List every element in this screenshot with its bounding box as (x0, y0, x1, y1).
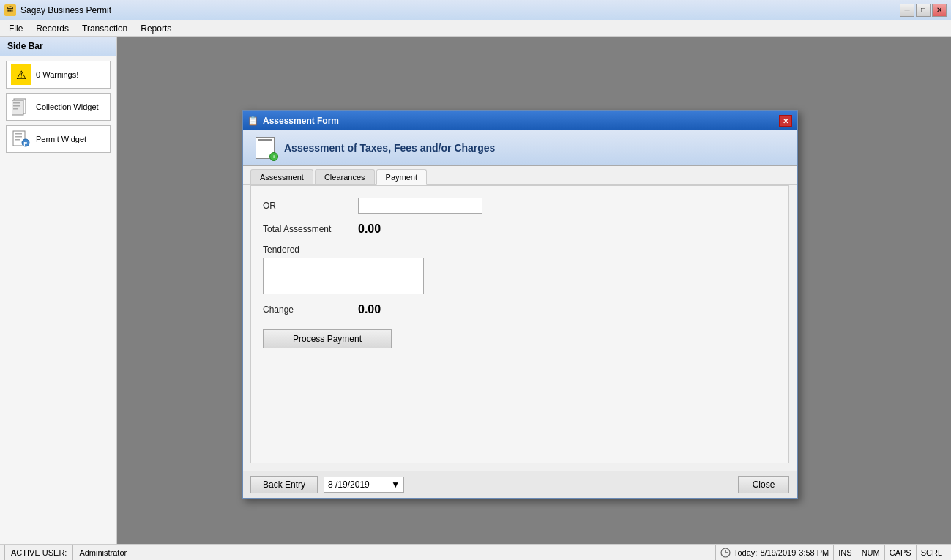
sidebar-widget-warnings[interactable]: ⚠ 0 Warnings! (6, 61, 111, 89)
modal-title-left: 📋 Assessment Form (247, 116, 339, 126)
change-value: 0.00 (358, 303, 381, 316)
total-assessment-row: Total Assessment 0.00 (263, 223, 777, 236)
app-title: Sagay Business Permit (20, 5, 111, 15)
menu-reports[interactable]: Reports (135, 22, 177, 35)
collection-widget-label: Collection Widget (36, 102, 99, 111)
svg-rect-6 (13, 105, 20, 107)
tab-bar: Assessment Clearances Payment (243, 166, 797, 185)
content-area: 📋 Assessment Form ✕ + Assessment of Taxe… (117, 37, 951, 544)
change-label: Change (263, 305, 351, 315)
status-caps: CAPS (884, 545, 916, 560)
menu-file[interactable]: File (3, 22, 29, 35)
status-time: 3:58 PM (799, 548, 829, 557)
sidebar-title: Side Bar (0, 37, 116, 56)
svg-rect-10 (15, 136, 22, 138)
dropdown-arrow-icon: ▼ (391, 479, 400, 490)
modal-close-button[interactable]: ✕ (779, 115, 792, 127)
title-bar: 🏛 Sagay Business Permit ─ □ ✕ (0, 0, 951, 20)
close-button[interactable]: Close (738, 476, 789, 493)
status-active-user-label: ACTIVE USER: (4, 545, 73, 560)
sidebar-widget-permit[interactable]: P Permit Widget (6, 125, 111, 153)
status-ins: INS (833, 545, 856, 560)
total-assessment-value: 0.00 (358, 223, 381, 236)
process-payment-button[interactable]: Process Payment (263, 329, 392, 348)
status-today-date: 8/19/2019 (760, 548, 796, 557)
collection-icon (11, 97, 31, 117)
svg-rect-5 (13, 102, 20, 104)
add-indicator-icon: + (269, 152, 278, 161)
date-value: 8 /19/2019 (328, 479, 370, 490)
or-label: OR (263, 201, 351, 211)
tab-assessment[interactable]: Assessment (250, 169, 313, 184)
sidebar: Side Bar ⚠ 0 Warnings! Coll (0, 37, 117, 544)
clock-icon-wrapper: Today: 8/19/2019 3:58 PM (720, 548, 829, 558)
modal-title-bar: 📋 Assessment Form ✕ (243, 111, 797, 130)
warnings-label: 0 Warnings! (36, 70, 78, 79)
app-close-button[interactable]: ✕ (932, 4, 947, 17)
tab-clearances[interactable]: Clearances (315, 169, 375, 184)
menu-records[interactable]: Records (30, 22, 75, 35)
status-bar: ACTIVE USER: Administrator Today: 8/19/2… (0, 544, 951, 560)
status-scrl: SCRL (916, 545, 947, 560)
or-input[interactable] (358, 198, 482, 214)
permit-icon: P (11, 129, 31, 149)
title-bar-left: 🏛 Sagay Business Permit (4, 4, 111, 16)
modal-header-icon: + (253, 136, 277, 160)
modal-title-icon: 📋 (247, 116, 258, 126)
status-clock: Today: 8/19/2019 3:58 PM (715, 545, 833, 560)
warning-icon: ⚠ (11, 64, 31, 85)
change-row: Change 0.00 (263, 303, 777, 316)
status-today-label: Today: (734, 548, 757, 557)
svg-rect-11 (15, 139, 20, 141)
app-icon: 🏛 (4, 4, 16, 16)
modal-header-title: Assessment of Taxes, Fees and/or Charges (284, 142, 495, 154)
tab-payment[interactable]: Payment (376, 169, 427, 185)
clock-icon (720, 548, 731, 558)
tab-content-payment: OR Total Assessment 0.00 Tendered Change… (250, 185, 789, 463)
maximize-button[interactable]: □ (916, 4, 931, 17)
back-entry-button[interactable]: Back Entry (250, 476, 318, 493)
svg-rect-9 (15, 133, 22, 135)
status-user-name: Administrator (73, 545, 133, 560)
menu-bar: File Records Transaction Reports (0, 20, 951, 37)
assessment-modal: 📋 Assessment Form ✕ + Assessment of Taxe… (242, 110, 798, 499)
tendered-group: Tendered (263, 244, 777, 294)
minimize-button[interactable]: ─ (900, 4, 914, 17)
sidebar-widget-collection[interactable]: Collection Widget (6, 93, 111, 121)
modal-footer: Back Entry 8 /19/2019 ▼ Close (243, 471, 797, 498)
svg-rect-7 (13, 108, 18, 110)
main-area: Side Bar ⚠ 0 Warnings! Coll (0, 37, 951, 544)
permit-widget-label: Permit Widget (36, 135, 86, 143)
tendered-input[interactable] (263, 258, 424, 294)
status-num: NUM (857, 545, 884, 560)
date-dropdown[interactable]: 8 /19/2019 ▼ (324, 477, 404, 493)
svg-text:P: P (23, 141, 28, 147)
title-bar-controls: ─ □ ✕ (900, 4, 947, 17)
tendered-label: Tendered (263, 244, 777, 255)
status-bar-right: Today: 8/19/2019 3:58 PM INS NUM CAPS SC… (715, 545, 947, 560)
modal-title-text: Assessment Form (263, 116, 339, 126)
modal-header: + Assessment of Taxes, Fees and/or Charg… (243, 130, 797, 166)
or-row: OR (263, 198, 777, 214)
menu-transaction[interactable]: Transaction (76, 22, 133, 35)
total-assessment-label: Total Assessment (263, 224, 351, 234)
process-payment-row: Process Payment (263, 325, 777, 348)
